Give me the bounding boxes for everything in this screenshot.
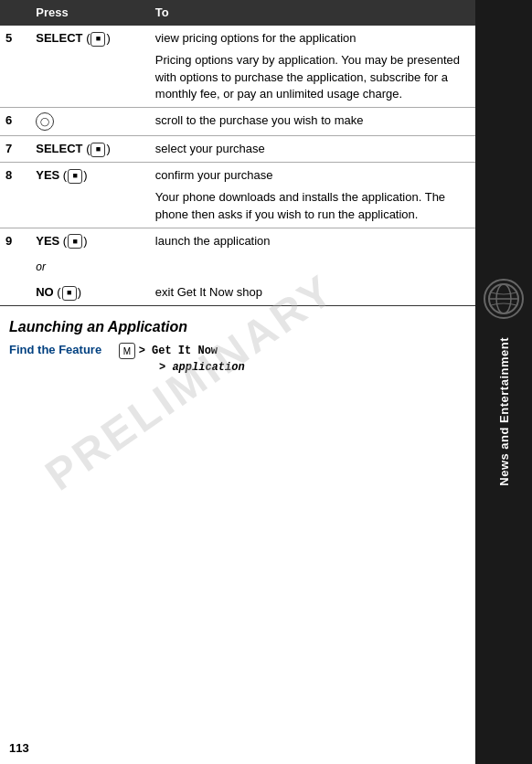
header-to-cell: To: [150, 1, 475, 26]
find-feature-row: Find the Feature M > Get It Now > applic…: [9, 343, 466, 374]
step-to-8: confirm your purchase Your phone downloa…: [150, 163, 475, 228]
main-content: Press To 5 SELECT (■) view pricing: [0, 0, 475, 764]
header-num-cell: [0, 1, 30, 26]
step-num-7: 7: [0, 135, 30, 162]
step-to-8-p2: Your phone downloads and installs the ap…: [155, 189, 470, 222]
step-press-9-yes: YES (■): [30, 228, 150, 254]
yes-label-9: YES: [36, 234, 59, 248]
step-press-6: ◯: [30, 107, 150, 135]
step-to-5-p2: Pricing options vary by application. You…: [155, 52, 470, 102]
table-row: 9 YES (■) launch the application: [0, 228, 475, 254]
step-press-9-no: NO (■): [30, 280, 150, 306]
select-btn-icon-7: ■: [90, 143, 105, 157]
table-row: 5 SELECT (■) view pricing options for th…: [0, 26, 475, 108]
select-label-7: SELECT: [36, 142, 82, 155]
instructions-table: Press To 5 SELECT (■) view pricing: [0, 0, 475, 306]
step-to-6: scroll to the purchase you wish to make: [150, 107, 475, 135]
or-to-cell: [150, 254, 475, 280]
table-row: 8 YES (■) confirm your purchase Your pho…: [0, 163, 475, 228]
step-to-6-p1: scroll to the purchase you wish to make: [155, 112, 470, 129]
yes-label-8: YES: [36, 168, 59, 182]
header-press-cell: Press: [30, 1, 150, 26]
sidebar-text: News and Entertainment: [497, 337, 511, 486]
select-label-5: SELECT: [36, 31, 82, 45]
step-to-9-no-p1: exit Get It Now shop: [155, 284, 470, 301]
yes-btn-icon-9: ■: [68, 234, 82, 249]
or-press-cell: or: [30, 254, 150, 280]
step-to-8-p1: confirm your purchase: [155, 167, 470, 184]
right-sidebar: News and Entertainment: [475, 0, 532, 764]
page-number: 113: [9, 741, 411, 755]
step-num-9: 9: [0, 228, 30, 254]
yes-btn-icon-8: ■: [68, 169, 82, 184]
table-row-or: or: [0, 254, 475, 280]
section-title: Launching an Application: [9, 319, 466, 335]
select-btn-icon-5: ■: [90, 32, 105, 47]
find-feature-path2: > application: [159, 361, 245, 374]
menu-icon: M: [119, 343, 135, 359]
step-to-7-p1: select your purchase: [155, 141, 470, 157]
header-to-label: To: [155, 5, 169, 19]
no-label-9: NO: [36, 285, 54, 299]
globe-icon: [484, 279, 524, 319]
scroll-icon-6: ◯: [36, 112, 54, 131]
step-num-8: 8: [0, 163, 30, 228]
step-to-7: select your purchase: [150, 135, 475, 162]
table-row: 6 ◯ scroll to the purchase you wish to m…: [0, 107, 475, 135]
step-to-9-p1: launch the application: [155, 233, 470, 249]
page-wrapper: Press To 5 SELECT (■) view pricing: [0, 0, 532, 764]
step-to-9-no: exit Get It Now shop: [150, 280, 475, 306]
step-to-5: view pricing options for the application…: [150, 26, 475, 108]
step-press-5: SELECT (■): [30, 26, 150, 108]
step-to-9-yes: launch the application: [150, 228, 475, 254]
step-press-7: SELECT (■): [30, 135, 150, 162]
table-header-row: Press To: [0, 1, 475, 26]
table-row: 7 SELECT (■) select your purchase: [0, 135, 475, 162]
find-feature-label: Find the Feature: [9, 343, 119, 356]
find-feature-path1: > Get It Now: [139, 345, 218, 358]
no-num-cell: [0, 280, 30, 306]
or-num-cell: [0, 254, 30, 280]
header-press-label: Press: [36, 5, 68, 19]
globe-svg: [486, 281, 521, 316]
no-btn-icon-9: ■: [62, 286, 77, 301]
table-row-no: NO (■) exit Get It Now shop: [0, 280, 475, 306]
step-press-8: YES (■): [30, 163, 150, 228]
find-feature-value: M > Get It Now > application: [119, 343, 245, 374]
step-num-5: 5: [0, 26, 30, 108]
or-label: or: [36, 260, 46, 273]
step-num-6: 6: [0, 107, 30, 135]
step-to-5-p1: view pricing options for the application: [155, 30, 470, 47]
